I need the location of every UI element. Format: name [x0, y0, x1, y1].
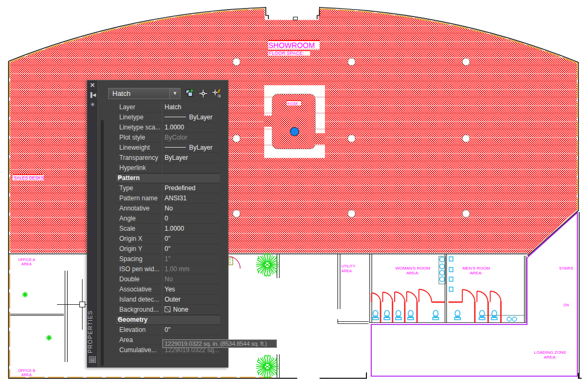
svg-text:KIOSK: KIOSK	[288, 102, 299, 105]
svg-text:DN: DN	[564, 303, 569, 307]
svg-text:AREA:: AREA:	[21, 373, 32, 377]
svg-text:STAIRS: STAIRS	[559, 266, 574, 271]
svg-text:AREA:: AREA:	[341, 269, 353, 273]
svg-text:MEN'S ROOM: MEN'S ROOM	[462, 266, 490, 271]
svg-text:FLOOR SPACE:: FLOOR SPACE:	[269, 51, 304, 56]
svg-text:AREA:: AREA:	[470, 271, 483, 275]
svg-text:OFFICE A: OFFICE A	[18, 258, 35, 262]
svg-text:AREA:: AREA:	[544, 355, 557, 360]
svg-text:AREA:: AREA:	[21, 262, 32, 266]
svg-text:WOMAN'S ROOM: WOMAN'S ROOM	[395, 266, 430, 271]
svg-text:SALES DESKS: SALES DESKS	[14, 176, 44, 181]
svg-text:LOADING ZONE: LOADING ZONE	[534, 350, 566, 355]
svg-text:UTILITY: UTILITY	[341, 264, 355, 268]
svg-text:SHOWROOM: SHOWROOM	[268, 41, 315, 50]
svg-text:AREA:: AREA:	[406, 271, 419, 275]
svg-text:OFFICE B: OFFICE B	[18, 369, 36, 372]
